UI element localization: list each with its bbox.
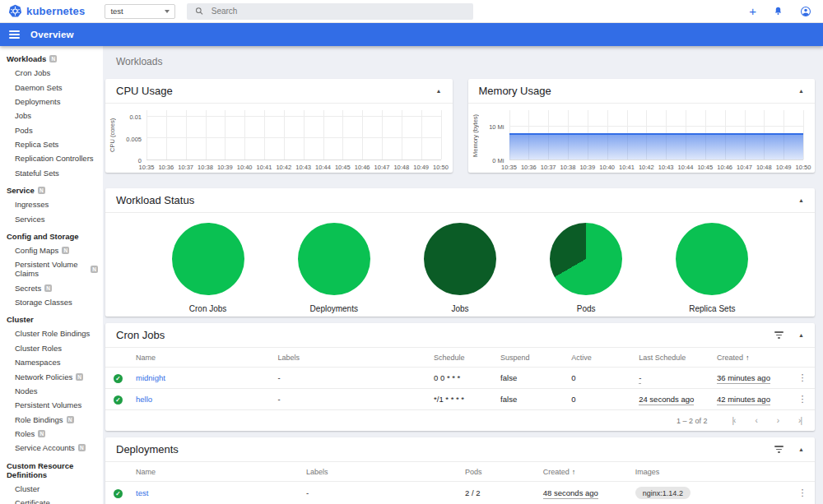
pie-label: Deployments <box>298 304 370 313</box>
sidebar-section-cluster[interactable]: Cluster <box>0 312 103 326</box>
cell-value: 0 <box>566 389 634 410</box>
sidebar-section-service[interactable]: ServiceN <box>0 183 103 197</box>
jobs-pie-chart[interactable] <box>424 223 496 295</box>
pie-label: Pods <box>550 304 622 313</box>
filter-icon[interactable] <box>774 446 783 453</box>
sidebar-item-replica-sets[interactable]: Replica Sets <box>0 137 103 151</box>
namespaced-badge: N <box>38 430 45 437</box>
sidebar-item-certificate[interactable]: Certificate <box>0 496 103 504</box>
sidebar-item-cluster[interactable]: Cluster <box>0 482 103 496</box>
column-header-last-schedule[interactable]: Last Schedule <box>634 348 712 368</box>
page-title: Overview <box>30 30 74 39</box>
collapse-caret-icon[interactable]: ▲ <box>798 446 804 452</box>
sidebar-item-secrets[interactable]: SecretsN <box>0 281 103 295</box>
create-resource-icon[interactable]: + <box>749 5 756 17</box>
menu-hamburger-icon[interactable] <box>9 30 20 39</box>
sidebar-item-daemon-sets[interactable]: Daemon Sets <box>0 80 103 94</box>
search-bar[interactable] <box>187 3 473 20</box>
y-axis-tick: 0.01 <box>129 113 142 121</box>
sidebar-item-roles[interactable]: RolesN <box>0 427 103 441</box>
resource-link-midnight[interactable]: midnight <box>136 373 165 382</box>
column-header-created[interactable]: Created↑ <box>712 348 790 368</box>
memory-usage-title: Memory Usage <box>479 85 784 97</box>
first-page-icon[interactable]: |‹ <box>732 416 735 425</box>
sidebar-item-cluster-roles[interactable]: Cluster Roles <box>0 341 103 355</box>
column-header-created[interactable]: Created↑ <box>538 462 630 482</box>
workload-status-card: Workload Status ▲ Cron JobsDeploymentsJo… <box>105 188 815 317</box>
sidebar-item-service-accounts[interactable]: Service AccountsN <box>0 441 103 455</box>
column-header-suspend[interactable]: Suspend <box>495 348 566 368</box>
namespaced-badge: N <box>91 266 98 273</box>
kubernetes-logo[interactable]: kubernetes <box>8 4 85 18</box>
sidebar-item-storage-classes[interactable]: Storage Classes <box>0 295 103 309</box>
resource-link-hello[interactable]: hello <box>136 395 152 404</box>
last-page-icon[interactable]: ›| <box>798 416 802 425</box>
sidebar-section-config-and-storage[interactable]: Config and Storage <box>0 229 103 243</box>
sidebar-item-network-policies[interactable]: Network PoliciesN <box>0 369 103 383</box>
column-header-name[interactable]: Name <box>131 348 272 368</box>
sidebar-item-label: Secrets <box>15 284 41 293</box>
column-header-schedule[interactable]: Schedule <box>429 348 495 368</box>
x-axis-tick: 10:39 <box>579 164 595 171</box>
relative-time: 42 minutes ago <box>717 395 770 405</box>
sidebar-section-label: Service <box>7 186 35 195</box>
sidebar-item-label: Config Maps <box>15 246 58 255</box>
filter-icon[interactable] <box>774 331 783 339</box>
row-menu-kebab-icon[interactable]: ⋮ <box>795 488 810 498</box>
status-ok-icon: ✓ <box>114 395 123 405</box>
replica-sets-pie-chart[interactable] <box>676 223 748 295</box>
sidebar-item-stateful-sets[interactable]: Stateful Sets <box>0 166 103 180</box>
sidebar-item-label: Service Accounts <box>15 443 75 452</box>
row-menu-kebab-icon[interactable]: ⋮ <box>795 372 810 383</box>
sidebar-item-label: Cluster Roles <box>15 344 62 353</box>
sidebar-item-services[interactable]: Services <box>0 211 103 225</box>
prev-page-icon[interactable]: ‹ <box>755 416 756 425</box>
sidebar-item-replication-controllers[interactable]: Replication Controllers <box>0 151 103 165</box>
sidebar-item-role-bindings[interactable]: Role BindingsN <box>0 413 103 427</box>
cell-value: 2 / 2 <box>460 482 538 504</box>
row-menu-kebab-icon[interactable]: ⋮ <box>795 394 810 405</box>
cell-value: false <box>495 389 566 410</box>
next-page-icon[interactable]: › <box>777 416 779 425</box>
x-axis-tick: 10:50 <box>796 164 811 171</box>
user-account-icon[interactable] <box>800 6 811 17</box>
workload-status-cron-jobs: Cron Jobs <box>172 223 244 313</box>
sidebar-item-config-maps[interactable]: Config MapsN <box>0 243 103 257</box>
column-header-images[interactable]: Images <box>630 462 790 482</box>
sidebar-item-pods[interactable]: Pods <box>0 123 103 137</box>
collapse-caret-icon[interactable]: ▲ <box>436 88 442 94</box>
collapse-caret-icon[interactable]: ▲ <box>798 332 804 338</box>
collapse-caret-icon[interactable]: ▲ <box>798 88 804 94</box>
cron-jobs-pie-chart[interactable] <box>172 223 244 295</box>
sidebar-item-cron-jobs[interactable]: Cron Jobs <box>0 66 103 80</box>
collapse-caret-icon[interactable]: ▲ <box>798 197 804 203</box>
sidebar-section-workloads[interactable]: WorkloadsN <box>0 52 103 66</box>
namespace-value: test <box>110 7 165 16</box>
namespaced-badge: N <box>62 247 69 254</box>
deployments-pie-chart[interactable] <box>298 223 370 295</box>
sidebar-item-persistent-volume-claims[interactable]: Persistent Volume ClaimsN <box>0 257 103 280</box>
sidebar-item-nodes[interactable]: Nodes <box>0 384 103 398</box>
sidebar-item-deployments[interactable]: Deployments <box>0 95 103 109</box>
pods-pie-chart[interactable] <box>550 223 622 295</box>
sidebar-item-ingresses[interactable]: Ingresses <box>0 197 103 211</box>
column-header-active[interactable]: Active <box>566 348 634 368</box>
sidebar-item-namespaces[interactable]: Namespaces <box>0 355 103 369</box>
namespace-select[interactable]: test <box>105 4 175 19</box>
search-input[interactable] <box>212 7 466 16</box>
column-header-labels[interactable]: Labels <box>272 348 429 368</box>
search-icon <box>195 7 203 16</box>
notifications-bell-icon[interactable] <box>773 6 783 16</box>
sidebar-item-label: Storage Classes <box>15 298 72 307</box>
cell-value: 0 <box>566 368 634 389</box>
sidebar-item-label: Services <box>15 215 44 224</box>
column-header-pods[interactable]: Pods <box>460 462 538 482</box>
sidebar-item-persistent-volumes[interactable]: Persistent Volumes <box>0 398 103 412</box>
sidebar-section-custom-resource-definitions[interactable]: Custom Resource Definitions <box>0 459 103 482</box>
resource-link-test[interactable]: test <box>136 488 148 497</box>
column-header-name[interactable]: Name <box>131 462 301 482</box>
column-header-labels[interactable]: Labels <box>301 462 460 482</box>
sidebar-item-jobs[interactable]: Jobs <box>0 109 103 123</box>
sidebar-item-cluster-role-bindings[interactable]: Cluster Role Bindings <box>0 326 103 340</box>
sidebar-item-label: Certificate <box>15 498 50 504</box>
